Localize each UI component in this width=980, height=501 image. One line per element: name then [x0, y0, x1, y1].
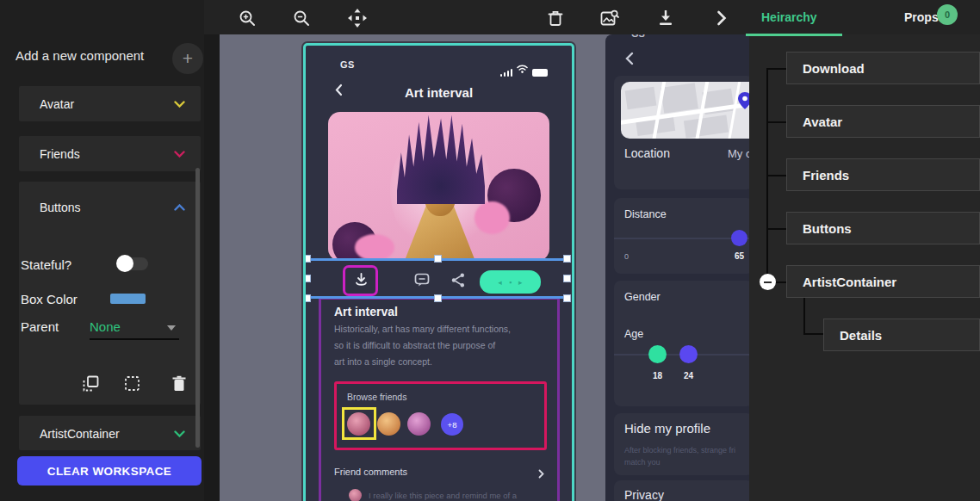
zoom-in-icon[interactable]	[236, 7, 258, 29]
parent-select-underline	[90, 338, 179, 340]
tab-hierarchy[interactable]: Heirarchy	[761, 10, 817, 24]
gender-label: Gender	[624, 291, 661, 303]
resize-handle[interactable]	[303, 275, 311, 282]
page-title: Art interval	[306, 85, 572, 100]
chevron-down-icon[interactable]	[174, 101, 185, 108]
toggle-knob	[116, 255, 133, 272]
tab-props[interactable]: Props	[904, 10, 939, 24]
location-value[interactable]: My c	[728, 147, 751, 160]
tree-node-label: Details	[840, 328, 882, 343]
age-min-knob[interactable]	[648, 345, 667, 363]
tree-node-artistcontainer[interactable]: ArtistContainer	[786, 265, 980, 298]
zoom-out-icon[interactable]	[290, 7, 313, 29]
tree-connector	[803, 333, 823, 335]
flip-to-back-icon[interactable]	[121, 372, 143, 394]
more-friends-badge[interactable]: +8	[441, 413, 463, 436]
resize-handle[interactable]	[434, 294, 442, 302]
distance-slider-track[interactable]	[614, 238, 750, 239]
download-icon[interactable]	[654, 7, 677, 29]
distance-max: 65	[735, 251, 744, 261]
resize-handle[interactable]	[563, 294, 571, 302]
collapse-panel-icon[interactable]	[710, 7, 733, 29]
distance-min: 0	[624, 252, 629, 261]
resize-handle[interactable]	[563, 255, 571, 263]
resize-handle[interactable]	[303, 294, 311, 302]
artwork-shape	[474, 201, 510, 234]
component-label: Avatar	[40, 97, 74, 111]
component-card-artistcontainer[interactable]: ArtistContainer	[19, 416, 201, 450]
component-card-buttons-header[interactable]: Buttons	[19, 182, 201, 223]
tree-connector	[766, 68, 786, 70]
sidebar-scrollbar[interactable]	[195, 168, 200, 448]
age-max: 24	[684, 371, 693, 380]
artwork-shape	[355, 234, 394, 261]
map-block	[661, 83, 698, 113]
preview-screen-settings[interactable]: GS Location My c Distance 0 65 Gend	[605, 34, 756, 501]
chevron-up-icon[interactable]	[174, 204, 185, 211]
artwork-figure	[397, 114, 486, 204]
resize-handle[interactable]	[434, 255, 442, 263]
preview-phone[interactable]: GS Art interval	[303, 43, 574, 501]
caret-down-icon[interactable]	[167, 325, 176, 331]
tree-node-label: ArtistContainer	[803, 275, 896, 289]
clear-workspace-button[interactable]: CLEAR WORKSPACE	[17, 456, 202, 486]
parent-label: Parent	[21, 319, 59, 334]
resize-handle[interactable]	[303, 255, 311, 263]
age-min: 18	[653, 371, 662, 380]
status-icons	[500, 61, 549, 77]
component-card-friends[interactable]: Friends	[19, 136, 201, 171]
tree-node-buttons[interactable]: Buttons	[786, 212, 980, 244]
back-icon[interactable]	[624, 52, 634, 69]
friend-avatar[interactable]	[377, 412, 400, 436]
sidebar-title: Add a new component	[16, 48, 144, 63]
tree-connector	[803, 298, 805, 335]
app-window: GS Location My c Distance 0 65 Gend	[0, 0, 980, 501]
battery-icon	[532, 69, 548, 77]
avatar-component-highlight[interactable]	[342, 407, 376, 440]
delete-icon[interactable]	[544, 7, 567, 29]
flip-to-front-icon[interactable]	[79, 372, 102, 394]
friend-avatar[interactable]	[407, 412, 431, 436]
tree-connector	[766, 175, 786, 176]
carrier-label: GS	[631, 34, 645, 39]
tree-node-details[interactable]: Details	[823, 319, 980, 351]
active-tab-indicator	[746, 34, 842, 36]
tree-node-label: Avatar	[803, 114, 842, 129]
stateful-toggle[interactable]	[119, 257, 148, 270]
props-count-badge: 0	[937, 4, 958, 25]
map-block	[684, 115, 729, 139]
artwork-image[interactable]	[328, 112, 549, 261]
collapse-node-button[interactable]	[760, 274, 776, 290]
chevron-down-icon[interactable]	[174, 430, 185, 437]
component-card-avatar[interactable]: Avatar	[19, 86, 201, 121]
download-component-highlight[interactable]	[343, 265, 378, 296]
add-component-button[interactable]: +	[172, 43, 203, 74]
resize-handle[interactable]	[563, 275, 571, 282]
box-color-label: Box Color	[21, 292, 78, 306]
tree-node-label: Download	[803, 61, 865, 76]
map-block	[625, 87, 657, 110]
distance-label: Distance	[624, 208, 667, 220]
privacy-label[interactable]: Privacy	[624, 488, 664, 501]
tree-node-friends[interactable]: Friends	[786, 158, 980, 191]
distance-slider-knob[interactable]	[731, 230, 747, 246]
tree-node-avatar[interactable]: Avatar	[786, 105, 980, 138]
chevron-down-icon[interactable]	[174, 151, 185, 158]
component-label: Friends	[40, 147, 80, 161]
map-preview[interactable]	[621, 82, 756, 139]
component-label: Buttons	[40, 201, 80, 214]
box-color-swatch[interactable]	[110, 294, 146, 304]
delete-component-icon[interactable]	[168, 372, 190, 394]
hide-profile-hint: match you	[624, 458, 661, 467]
pan-move-icon[interactable]	[346, 7, 369, 29]
wifi-icon	[517, 61, 528, 77]
age-label: Age	[624, 328, 643, 340]
friends-component-outline[interactable]: Browse friends +8	[334, 381, 547, 450]
image-preview-icon[interactable]	[599, 7, 621, 29]
parent-select[interactable]: None	[90, 319, 121, 334]
canvas-left-gutter	[204, 34, 220, 501]
tree-node-download[interactable]: Download	[786, 52, 980, 84]
tree-connector	[766, 121, 786, 123]
age-max-knob[interactable]	[679, 345, 698, 363]
hide-profile-label[interactable]: Hide my profile	[624, 421, 710, 436]
